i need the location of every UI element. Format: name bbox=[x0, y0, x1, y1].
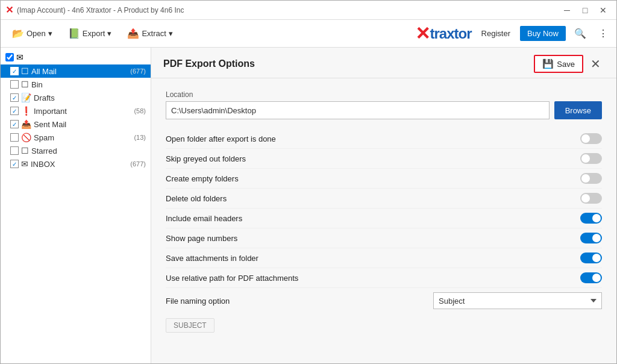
toggle-label-open-folder: Open folder after export is done bbox=[166, 134, 276, 143]
inbox-folder-icon: ✉ bbox=[21, 159, 28, 169]
sidebar-item-all-mail[interactable]: ☐ All Mail (677) bbox=[1, 64, 151, 78]
save-label: Save bbox=[557, 60, 575, 69]
sidebar-item-inbox[interactable]: ✉ INBOX (677) bbox=[1, 157, 151, 171]
spam-folder-icon: 🚫 bbox=[21, 133, 31, 142]
toggle-row-skip-greyed: Skip greyed out folders bbox=[166, 149, 602, 169]
bin-checkbox[interactable] bbox=[10, 80, 19, 89]
toggle-row-delete-old: Delete old folders bbox=[166, 189, 602, 209]
logo: ✕ traxtor bbox=[415, 23, 472, 44]
sent-mail-checkbox[interactable] bbox=[10, 120, 19, 128]
toggle-thumb-skip-greyed bbox=[581, 154, 590, 163]
minimize-button[interactable]: ─ bbox=[559, 4, 575, 16]
register-link[interactable]: Register bbox=[477, 27, 515, 40]
sidebar-item-sent-mail[interactable]: 📤 Sent Mail bbox=[1, 118, 151, 131]
window-close-button[interactable]: ✕ bbox=[595, 4, 612, 16]
toggles-container: Open folder after export is doneSkip gre… bbox=[166, 129, 602, 288]
sent-mail-folder-icon: 📤 bbox=[21, 119, 31, 129]
sidebar-item-drafts[interactable]: 📝 Drafts bbox=[1, 91, 151, 104]
toggle-save-attachments[interactable] bbox=[580, 253, 602, 263]
sidebar: ✉ ☐ All Mail (677) ☐ Bin 📝 Drafts bbox=[1, 48, 151, 363]
open-chevron: ▾ bbox=[48, 29, 52, 38]
toggle-thumb-open-folder bbox=[581, 134, 590, 143]
inbox-checkbox[interactable] bbox=[10, 160, 19, 168]
toggle-thumb-create-empty bbox=[581, 174, 590, 183]
bin-label: Bin bbox=[31, 80, 143, 89]
toggle-label-include-headers: Include email headers bbox=[166, 214, 242, 223]
inbox-label: INBOX bbox=[31, 160, 128, 169]
subject-tag-row: SUBJECT bbox=[166, 313, 602, 333]
main-content: ✉ ☐ All Mail (677) ☐ Bin 📝 Drafts bbox=[1, 48, 616, 363]
search-icon-button[interactable]: 🔍 bbox=[571, 25, 590, 42]
open-folder-icon: 📂 bbox=[12, 28, 24, 39]
extract-icon: 📤 bbox=[127, 28, 139, 39]
starred-checkbox[interactable] bbox=[10, 146, 19, 155]
subject-tag: SUBJECT bbox=[166, 318, 215, 333]
toggle-thumb-delete-old bbox=[581, 194, 590, 202]
browse-button[interactable]: Browse bbox=[554, 101, 602, 119]
toggle-label-save-attachments: Save attachments in folder bbox=[166, 254, 258, 263]
file-naming-row: File naming option SubjectDateFromTo bbox=[166, 288, 602, 313]
toggle-row-save-attachments: Save attachments in folder bbox=[166, 248, 602, 268]
toggle-thumb-include-headers bbox=[592, 214, 601, 222]
save-icon: 💾 bbox=[542, 58, 554, 69]
starred-folder-icon: ☐ bbox=[21, 146, 29, 155]
save-button[interactable]: 💾 Save bbox=[534, 55, 583, 73]
open-label: Open bbox=[27, 29, 46, 38]
toggle-label-relative-path: Use relative path for PDF attachments bbox=[166, 274, 298, 283]
toolbar-right: ✕ traxtor Register Buy Now 🔍 ⋮ bbox=[415, 23, 612, 44]
toggle-row-include-headers: Include email headers bbox=[166, 209, 602, 228]
all-mail-folder-icon: ☐ bbox=[21, 66, 29, 76]
important-checkbox[interactable] bbox=[10, 107, 19, 115]
file-naming-select[interactable]: SubjectDateFromTo bbox=[433, 292, 602, 309]
location-row: Location Browse bbox=[166, 90, 602, 119]
spam-count: (13) bbox=[134, 134, 146, 141]
sidebar-mail-icon: ✉ bbox=[16, 52, 23, 62]
toggle-thumb-relative-path bbox=[592, 274, 601, 282]
sidebar-item-starred[interactable]: ☐ Starred bbox=[1, 144, 151, 157]
sent-mail-label: Sent Mail bbox=[34, 120, 143, 129]
toolbar: 📂 Open ▾ 📗 Export ▾ 📤 Extract ▾ ✕ traxto… bbox=[1, 20, 616, 48]
sidebar-master-checkbox[interactable] bbox=[5, 53, 14, 61]
toggle-delete-old[interactable] bbox=[580, 193, 602, 204]
toggle-open-folder[interactable] bbox=[580, 133, 602, 144]
toggle-relative-path[interactable] bbox=[580, 272, 602, 283]
location-label: Location bbox=[166, 90, 602, 99]
all-mail-count: (677) bbox=[130, 67, 146, 75]
location-input[interactable] bbox=[166, 101, 550, 119]
inbox-count: (677) bbox=[130, 160, 146, 168]
titlebar-title: (Imap Account) - 4n6 Xtraxtor - A Produc… bbox=[17, 6, 184, 14]
toggle-show-page-numbers[interactable] bbox=[580, 233, 602, 243]
spam-label: Spam bbox=[34, 133, 131, 142]
logo-x: ✕ bbox=[415, 23, 430, 44]
toggle-include-headers[interactable] bbox=[580, 213, 602, 224]
toggle-label-create-empty: Create empty folders bbox=[166, 174, 239, 183]
sidebar-item-important[interactable]: ❗ Important (58) bbox=[1, 104, 151, 118]
toggle-skip-greyed[interactable] bbox=[580, 153, 602, 164]
main-window: ✕ (Imap Account) - 4n6 Xtraxtor - A Prod… bbox=[0, 0, 617, 364]
open-button[interactable]: 📂 Open ▾ bbox=[5, 24, 59, 43]
all-mail-checkbox[interactable] bbox=[10, 67, 19, 75]
important-count: (58) bbox=[134, 107, 146, 115]
panel-close-button[interactable]: ✕ bbox=[587, 55, 604, 72]
spam-checkbox[interactable] bbox=[10, 133, 19, 142]
titlebar-controls: ─ □ ✕ bbox=[559, 4, 612, 16]
buy-now-button[interactable]: Buy Now bbox=[520, 26, 566, 41]
all-mail-label: All Mail bbox=[31, 67, 128, 76]
toggle-create-empty[interactable] bbox=[580, 173, 602, 184]
starred-label: Starred bbox=[31, 146, 143, 155]
toggle-thumb-show-page-numbers bbox=[592, 234, 601, 242]
menu-icon-button[interactable]: ⋮ bbox=[595, 25, 612, 42]
maximize-button[interactable]: □ bbox=[577, 4, 594, 16]
toggle-thumb-save-attachments bbox=[592, 254, 601, 262]
panel: PDF Export Options 💾 Save ✕ Location Bro… bbox=[151, 48, 616, 363]
file-naming-label: File naming option bbox=[166, 297, 230, 306]
extract-button[interactable]: 📤 Extract ▾ bbox=[121, 24, 179, 43]
drafts-checkbox[interactable] bbox=[10, 93, 19, 102]
panel-body: Location Browse Open folder after export… bbox=[151, 78, 616, 363]
sidebar-item-spam[interactable]: 🚫 Spam (13) bbox=[1, 131, 151, 144]
export-button[interactable]: 📗 Export ▾ bbox=[61, 24, 119, 43]
export-label: Export bbox=[83, 29, 105, 38]
sidebar-item-bin[interactable]: ☐ Bin bbox=[1, 78, 151, 91]
sidebar-header: ✉ bbox=[1, 50, 151, 64]
extract-chevron: ▾ bbox=[169, 29, 173, 38]
